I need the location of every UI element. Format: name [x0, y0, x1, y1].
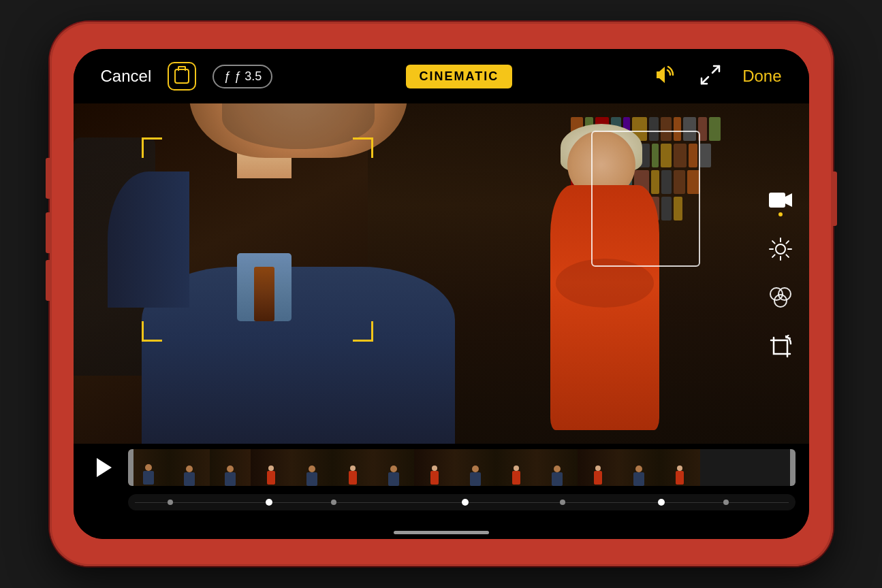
film-frame-6 [332, 449, 373, 486]
volume-button[interactable] [654, 63, 678, 90]
cancel-button[interactable]: Cancel [101, 67, 152, 86]
timeline-dot-4[interactable] [462, 499, 469, 506]
filmstrip[interactable] [128, 449, 796, 486]
svg-marker-3 [785, 193, 792, 207]
top-center: CINEMATIC [272, 65, 645, 88]
film-frame-9 [455, 449, 496, 486]
film-frame-1 [128, 449, 169, 486]
timeline-dot-line [135, 502, 789, 503]
camera-mode-button[interactable] [168, 62, 196, 91]
film-frame-4 [251, 449, 292, 486]
man-beard [222, 103, 375, 149]
phone-device: Cancel ƒ ƒ 3.5 CINEMATIC [50, 22, 833, 566]
play-triangle-icon [97, 458, 112, 477]
crop-rotate-tool[interactable] [766, 332, 796, 362]
timeline-row [87, 444, 796, 491]
volume-icon [654, 63, 678, 87]
film-frame-12 [578, 449, 618, 486]
cinematic-badge[interactable]: CINEMATIC [406, 65, 513, 88]
crop-rotate-icon [768, 335, 793, 359]
svg-point-15 [774, 295, 787, 307]
svg-rect-2 [769, 193, 785, 208]
film-frame-3 [210, 449, 251, 486]
filmstrip-bracket-right [790, 449, 796, 486]
expand-icon [699, 63, 722, 86]
film-frame-8 [414, 449, 455, 486]
active-tool-indicator [778, 212, 783, 216]
svg-line-9 [772, 241, 775, 244]
film-frame-13 [618, 449, 659, 486]
video-camera-icon [768, 187, 793, 213]
brightness-icon [768, 237, 793, 261]
svg-point-14 [778, 288, 791, 300]
filmstrip-frames [128, 449, 796, 486]
man-tie [254, 267, 274, 321]
top-right-controls: Done [646, 63, 782, 90]
aperture-value: ƒ 3.5 [234, 69, 262, 84]
home-indicator [74, 525, 809, 539]
svg-line-11 [786, 241, 789, 244]
camera-icon [174, 69, 189, 84]
video-area [74, 103, 809, 444]
svg-line-1 [702, 77, 708, 84]
aperture-f-icon: ƒ [223, 69, 230, 84]
man-face [189, 103, 407, 158]
svg-line-10 [786, 255, 789, 257]
phone-screen: Cancel ƒ ƒ 3.5 CINEMATIC [74, 49, 809, 539]
home-bar [394, 531, 489, 534]
aperture-button[interactable]: ƒ ƒ 3.5 [212, 65, 272, 88]
film-frame-10 [496, 449, 537, 486]
timeline-dot-1 [168, 500, 173, 505]
top-left-controls: Cancel ƒ ƒ 3.5 [101, 62, 273, 91]
film-frame-11 [537, 449, 578, 486]
timeline-dot-5 [560, 500, 565, 505]
done-button[interactable]: Done [742, 67, 781, 86]
svg-line-0 [712, 66, 719, 73]
timeline-dot-6[interactable] [658, 499, 665, 506]
woman-figure [537, 124, 673, 430]
film-frame-2 [169, 449, 210, 486]
video-camera-tool[interactable] [766, 185, 796, 215]
svg-line-12 [772, 255, 775, 257]
color-mix-tool[interactable] [766, 283, 796, 313]
expand-button[interactable] [699, 63, 722, 89]
dots-timeline[interactable] [128, 494, 796, 510]
top-bar: Cancel ƒ ƒ 3.5 CINEMATIC [74, 49, 809, 103]
bottom-controls [74, 444, 809, 525]
film-frame-7 [373, 449, 414, 486]
right-tools-panel [766, 185, 796, 362]
film-frame-5 [292, 449, 332, 486]
timeline-dot-7 [723, 500, 729, 505]
man-shoulder-left [108, 172, 189, 308]
woman-dress [550, 185, 659, 430]
timeline-dot-3 [331, 500, 336, 505]
film-frame-14 [659, 449, 700, 486]
svg-point-4 [776, 244, 785, 254]
brightness-tool[interactable] [766, 234, 796, 264]
timeline-dot-2[interactable] [266, 499, 272, 506]
color-mix-icon [768, 285, 793, 311]
filmstrip-bracket-left [128, 449, 133, 486]
main-man-figure [108, 120, 503, 444]
play-button[interactable] [87, 451, 121, 485]
